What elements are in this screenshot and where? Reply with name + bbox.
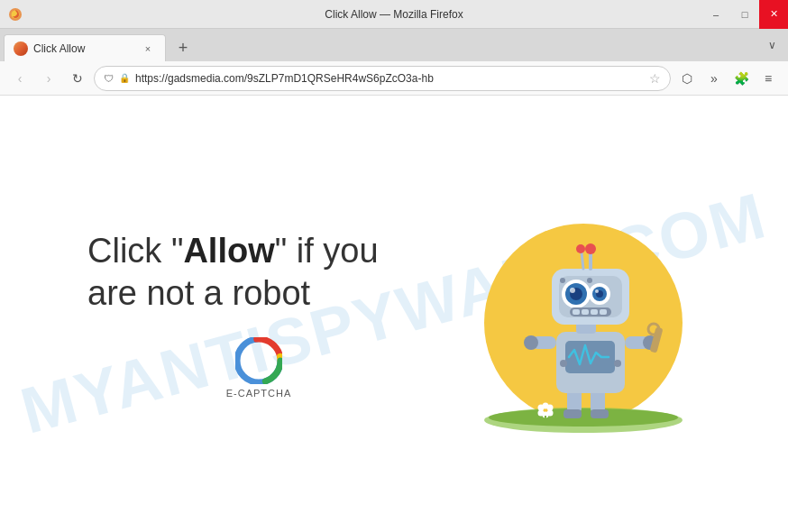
tabs-overflow-button[interactable]: ∨	[759, 32, 784, 58]
robot-svg	[466, 188, 701, 440]
close-button[interactable]: ✕	[759, 0, 788, 29]
url-text: https://gadsmedia.com/9sZLP7mD1QRSeHR4wS…	[135, 72, 644, 85]
headline-allow: Allow	[183, 232, 274, 270]
tab-click-allow[interactable]: Click Allow ×	[4, 34, 166, 61]
tabbar: Click Allow × + ∨	[0, 29, 788, 61]
forward-button[interactable]: ›	[36, 66, 61, 91]
reload-button[interactable]: ↻	[65, 66, 90, 91]
url-bar[interactable]: 🛡 🔒 https://gadsmedia.com/9sZLP7mD1QRSeH…	[94, 66, 671, 91]
lock-icon: 🔒	[119, 73, 130, 83]
svg-rect-47	[600, 309, 607, 315]
svg-point-36	[570, 288, 575, 293]
maximize-button[interactable]: □	[730, 0, 759, 29]
svg-point-25	[524, 335, 538, 350]
svg-line-49	[582, 252, 583, 269]
page-content: MYANTISPYWARE.COM Click "Allow" if you a…	[0, 96, 788, 532]
tab-favicon	[14, 41, 28, 56]
captcha-logo	[235, 337, 282, 384]
nav-icons: ⬡ » 🧩 ≡	[674, 66, 781, 91]
captcha-label: E-CAPTCHA	[226, 388, 292, 399]
headline: Click "Allow" if you are not a robot	[87, 230, 430, 316]
overflow-button[interactable]: »	[701, 66, 727, 91]
svg-point-22	[560, 360, 567, 367]
tab-label: Click Allow	[33, 42, 134, 55]
text-section: Click "Allow" if you are not a robot E-C…	[87, 230, 430, 399]
navbar: ‹ › ↻ 🛡 🔒 https://gadsmedia.com/9sZLP7mD…	[0, 61, 788, 96]
svg-point-42	[595, 289, 599, 293]
svg-rect-45	[582, 309, 589, 315]
svg-point-51	[576, 244, 585, 253]
svg-point-14	[538, 410, 545, 417]
tabbar-end: ∨	[759, 32, 784, 61]
new-tab-button[interactable]: +	[170, 34, 197, 61]
titlebar-left	[7, 6, 23, 23]
firefox-icon	[7, 6, 23, 23]
menu-button[interactable]: ≡	[756, 66, 781, 91]
bookmark-star-icon[interactable]: ☆	[649, 71, 661, 86]
shield-icon: 🛡	[104, 73, 114, 84]
svg-point-7	[489, 408, 678, 427]
titlebar-controls: – □ ✕	[701, 0, 788, 29]
captcha-section: E-CAPTCHA	[87, 337, 430, 399]
titlebar: Click Allow — Mozilla Firefox – □ ✕	[0, 0, 788, 29]
tab-close-button[interactable]: ×	[140, 41, 156, 57]
svg-point-38	[587, 278, 592, 283]
svg-rect-44	[573, 309, 580, 315]
back-button[interactable]: ‹	[7, 66, 32, 91]
svg-point-23	[614, 360, 621, 367]
svg-rect-46	[591, 309, 598, 315]
svg-rect-18	[564, 409, 582, 418]
svg-point-50	[585, 243, 596, 254]
svg-point-11	[547, 405, 554, 411]
titlebar-title: Click Allow — Mozilla Firefox	[325, 8, 463, 21]
pocket-button[interactable]: ⬡	[674, 66, 700, 91]
robot-illustration	[466, 188, 701, 440]
main-content: Click "Allow" if you are not a robot E-C…	[0, 170, 788, 458]
minimize-button[interactable]: –	[701, 0, 730, 29]
headline-text: Click "Allow" if you are not a robot	[87, 232, 379, 313]
extensions-button[interactable]: 🧩	[728, 66, 754, 91]
svg-rect-19	[591, 409, 609, 418]
svg-point-37	[560, 278, 565, 283]
